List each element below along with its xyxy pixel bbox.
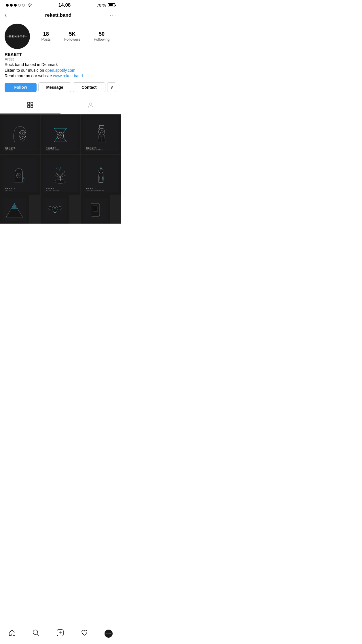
signal-dot-4 — [18, 4, 21, 7]
svg-point-25 — [23, 177, 24, 178]
tab-grid[interactable] — [0, 98, 60, 114]
post-4-title: DESTINY — [5, 190, 12, 191]
message-button[interactable]: Message — [38, 82, 71, 92]
wifi-icon — [27, 3, 32, 8]
svg-point-21 — [16, 173, 21, 178]
posts-label: Posts — [41, 37, 51, 41]
svg-point-28 — [56, 169, 57, 169]
post-9[interactable] — [81, 195, 110, 224]
contact-button[interactable]: Contact — [73, 82, 105, 92]
nav-bar: ‹ rekett.band ··· — [0, 9, 121, 21]
post-2-label: REKETT — [46, 147, 56, 149]
back-button[interactable]: ‹ — [5, 12, 7, 19]
svg-point-12 — [59, 134, 60, 136]
post-4-label: REKETT — [5, 188, 16, 190]
tagged-icon — [87, 102, 94, 110]
svg-point-7 — [90, 103, 92, 105]
profile-header: REKETT 18 Posts 5K Followers 50 Followin… — [0, 21, 121, 96]
profile-stats: 18 Posts 5K Followers 50 Following — [35, 31, 116, 41]
post-7-art — [3, 198, 26, 221]
svg-point-36 — [54, 207, 56, 209]
follow-button[interactable]: Follow — [5, 83, 37, 92]
profile-top: REKETT 18 Posts 5K Followers 50 Followin… — [5, 24, 116, 49]
signal-dot-5 — [22, 4, 25, 7]
scroll-area: REKETT 18 Posts 5K Followers 50 Followin… — [0, 21, 121, 244]
signal-dot-1 — [6, 4, 9, 7]
post-6[interactable]: REKETT LOVE MADE ME BLIND — [81, 155, 121, 195]
followers-count: 5K — [69, 31, 75, 37]
svg-point-10 — [23, 132, 25, 135]
battery-fill — [109, 4, 113, 6]
spotify-link[interactable]: open.spotify.com — [45, 68, 75, 73]
svg-point-32 — [100, 169, 101, 171]
battery-icon — [108, 3, 115, 7]
read-more-line: Read more on our website — [5, 73, 53, 78]
post-7[interactable] — [0, 195, 29, 224]
stat-posts[interactable]: 18 Posts — [41, 31, 51, 41]
svg-point-9 — [20, 132, 22, 135]
post-1[interactable]: REKETT UNTITLED — [0, 114, 40, 154]
svg-rect-38 — [93, 206, 98, 211]
tab-bar — [0, 98, 121, 114]
svg-point-18 — [102, 131, 103, 132]
svg-point-29 — [64, 167, 65, 168]
svg-point-35 — [53, 206, 57, 213]
profile-category: Artist — [5, 57, 116, 61]
post-8[interactable] — [41, 195, 69, 224]
profile-bio: Rock band based in Denmark Listen to our… — [5, 62, 116, 79]
post-6-label: REKETT — [86, 188, 97, 190]
post-5[interactable]: REKETT AFTER THE RAIN — [41, 155, 81, 195]
post-5-title: AFTER THE RAIN — [46, 190, 60, 191]
svg-point-8 — [19, 130, 26, 138]
post-2-title: BACK FOR MORE — [46, 149, 60, 151]
signal-dot-3 — [14, 4, 17, 7]
svg-rect-6 — [31, 105, 33, 107]
tab-tagged[interactable] — [60, 98, 121, 114]
profile-info: REKETT Artist Rock band based in Denmark… — [5, 52, 116, 79]
post-6-title: LOVE MADE ME BLIND — [86, 190, 104, 191]
signal-dot-2 — [10, 4, 13, 7]
svg-point-11 — [57, 132, 64, 139]
grid-icon — [27, 101, 34, 110]
post-3-label: REKETT — [86, 147, 97, 149]
more-options-button[interactable]: ··· — [110, 12, 116, 19]
posts-count: 18 — [43, 31, 49, 37]
avatar[interactable]: REKETT — [5, 24, 30, 49]
website-link[interactable]: www.rekett.band — [53, 73, 83, 78]
post-5-art: REKETT AFTER THE RAIN — [43, 158, 78, 192]
post-3[interactable]: REKETT ONE MORE CHANCE — [81, 114, 121, 154]
post-1-title: UNTITLED — [5, 149, 13, 151]
posts-grid-partial — [0, 195, 121, 224]
bio-text: Rock band based in Denmark — [5, 62, 58, 67]
profile-name: REKETT — [5, 52, 116, 57]
svg-rect-5 — [28, 105, 30, 107]
svg-point-0 — [29, 6, 30, 7]
svg-text:REKETT: REKETT — [9, 35, 25, 38]
post-4-art: REKETT DESTINY — [3, 158, 37, 192]
status-time: 14.08 — [58, 2, 71, 8]
following-count: 50 — [99, 31, 105, 37]
svg-rect-4 — [31, 102, 33, 104]
signal-area — [6, 3, 32, 8]
dropdown-button[interactable]: ∨ — [107, 82, 116, 92]
page-title: rekett.band — [45, 12, 72, 18]
stat-followers[interactable]: 5K Followers — [64, 31, 80, 41]
post-1-art: REKETT UNTITLED — [3, 117, 37, 152]
svg-point-23 — [19, 174, 20, 175]
svg-point-22 — [17, 174, 18, 175]
svg-point-30 — [55, 171, 55, 171]
post-3-art: REKETT ONE MORE CHANCE — [84, 117, 118, 152]
following-label: Following — [94, 37, 110, 41]
stat-following[interactable]: 50 Following — [94, 31, 110, 41]
battery-percentage: 70 % — [97, 3, 106, 7]
battery-area: 70 % — [97, 3, 115, 7]
post-2[interactable]: REKETT BACK FOR MORE — [41, 114, 81, 154]
post-4[interactable]: REKETT DESTINY — [0, 155, 40, 195]
svg-point-13 — [60, 134, 62, 136]
post-1-label: REKETT — [5, 147, 16, 149]
svg-point-31 — [99, 168, 103, 173]
followers-label: Followers — [64, 37, 80, 41]
post-9-art — [84, 198, 107, 221]
post-2-art: REKETT BACK FOR MORE — [43, 117, 78, 152]
avatar-logo: REKETT — [7, 32, 27, 40]
